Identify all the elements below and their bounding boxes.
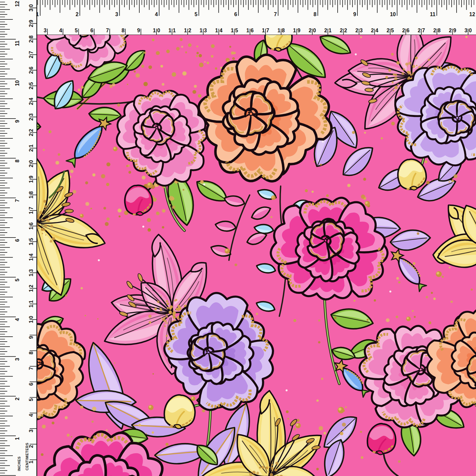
svg-text:2: 2 xyxy=(28,164,34,167)
svg-text:4: 4 xyxy=(28,254,34,257)
svg-text:12: 12 xyxy=(469,12,475,17)
svg-text:1: 1 xyxy=(293,28,296,33)
svg-text:10: 10 xyxy=(14,80,20,86)
svg-text:5: 5 xyxy=(391,28,394,33)
svg-text:3: 3 xyxy=(28,113,34,116)
svg-text:2: 2 xyxy=(402,28,405,33)
svg-text:7: 7 xyxy=(14,199,20,202)
svg-text:2: 2 xyxy=(28,445,34,448)
svg-text:1: 1 xyxy=(173,28,176,33)
svg-text:1: 1 xyxy=(28,300,34,303)
svg-text:8: 8 xyxy=(282,28,285,33)
svg-text:8: 8 xyxy=(314,12,317,17)
svg-text:8: 8 xyxy=(438,28,441,33)
svg-text:5: 5 xyxy=(14,278,20,281)
svg-text:5: 5 xyxy=(28,238,34,241)
svg-text:1: 1 xyxy=(28,227,34,230)
svg-text:6: 6 xyxy=(90,28,93,33)
svg-text:8: 8 xyxy=(14,159,20,162)
svg-text:11: 11 xyxy=(430,12,435,17)
svg-text:1: 1 xyxy=(215,28,218,33)
svg-text:0: 0 xyxy=(469,28,472,33)
svg-text:2: 2 xyxy=(28,24,34,27)
svg-text:3: 3 xyxy=(28,9,34,12)
svg-text:2: 2 xyxy=(28,129,34,132)
svg-text:2: 2 xyxy=(355,28,358,33)
svg-text:1: 1 xyxy=(28,211,34,214)
svg-text:2: 2 xyxy=(28,87,34,90)
svg-text:3: 3 xyxy=(28,269,34,272)
svg-text:2: 2 xyxy=(344,28,347,33)
svg-text:4: 4 xyxy=(219,28,222,33)
svg-text:1: 1 xyxy=(28,305,34,308)
svg-text:3: 3 xyxy=(115,12,118,17)
svg-text:CENTIMETERS: CENTIMETERS xyxy=(25,443,29,470)
svg-text:8: 8 xyxy=(122,28,125,33)
svg-text:9: 9 xyxy=(28,20,34,23)
svg-text:12: 12 xyxy=(14,1,20,7)
svg-text:2: 2 xyxy=(28,40,34,43)
svg-text:7: 7 xyxy=(28,207,34,210)
svg-text:2: 2 xyxy=(75,12,78,17)
svg-text:2: 2 xyxy=(14,398,20,401)
svg-text:5: 5 xyxy=(195,12,198,17)
svg-text:2: 2 xyxy=(309,28,312,33)
svg-text:0: 0 xyxy=(313,28,316,33)
svg-text:4: 4 xyxy=(28,414,34,417)
svg-text:9: 9 xyxy=(28,176,34,179)
svg-text:0: 0 xyxy=(28,4,34,7)
svg-text:1: 1 xyxy=(28,196,34,199)
svg-text:4: 4 xyxy=(155,12,158,17)
svg-text:1: 1 xyxy=(28,320,34,323)
svg-text:1: 1 xyxy=(36,12,39,17)
svg-text:2: 2 xyxy=(28,149,34,152)
svg-text:3: 3 xyxy=(14,358,20,361)
svg-text:5: 5 xyxy=(235,28,238,33)
svg-text:3: 3 xyxy=(43,28,46,33)
svg-text:1: 1 xyxy=(28,289,34,292)
svg-text:4: 4 xyxy=(375,28,378,33)
svg-text:11: 11 xyxy=(14,41,20,46)
svg-text:4: 4 xyxy=(14,318,20,321)
svg-text:2: 2 xyxy=(449,28,452,33)
svg-text:1: 1 xyxy=(153,28,156,33)
svg-text:1: 1 xyxy=(28,145,34,148)
svg-text:6: 6 xyxy=(28,383,34,386)
svg-text:1: 1 xyxy=(246,28,249,33)
svg-text:0: 0 xyxy=(28,316,34,319)
svg-text:6: 6 xyxy=(14,239,20,242)
svg-text:6: 6 xyxy=(28,222,34,225)
svg-text:2: 2 xyxy=(371,28,374,33)
svg-text:0: 0 xyxy=(157,28,160,33)
svg-text:9: 9 xyxy=(28,336,34,339)
svg-text:3: 3 xyxy=(360,28,363,33)
svg-text:2: 2 xyxy=(28,71,34,74)
svg-text:5: 5 xyxy=(28,398,34,401)
svg-text:5: 5 xyxy=(28,82,34,85)
svg-text:3: 3 xyxy=(464,28,467,33)
svg-text:2: 2 xyxy=(28,118,34,121)
svg-text:1: 1 xyxy=(262,28,265,33)
svg-text:7: 7 xyxy=(422,28,425,33)
svg-text:1: 1 xyxy=(28,273,34,276)
svg-text:5: 5 xyxy=(75,28,78,33)
svg-text:1: 1 xyxy=(28,461,34,463)
svg-text:4: 4 xyxy=(59,28,62,33)
svg-text:3: 3 xyxy=(28,430,34,433)
svg-text:9: 9 xyxy=(353,12,356,17)
svg-text:7: 7 xyxy=(28,367,34,370)
svg-text:2: 2 xyxy=(433,28,436,33)
svg-text:8: 8 xyxy=(28,351,34,354)
svg-text:1: 1 xyxy=(231,28,234,33)
svg-text:7: 7 xyxy=(106,28,109,33)
svg-text:8: 8 xyxy=(28,191,34,194)
svg-text:INCHES: INCHES xyxy=(17,456,21,471)
svg-text:7: 7 xyxy=(274,12,277,17)
svg-text:1: 1 xyxy=(184,28,187,33)
svg-text:10: 10 xyxy=(390,12,396,17)
svg-text:2: 2 xyxy=(386,28,389,33)
svg-text:1: 1 xyxy=(200,28,203,33)
svg-text:2: 2 xyxy=(28,133,34,136)
svg-text:9: 9 xyxy=(137,28,140,33)
svg-text:7: 7 xyxy=(28,51,34,54)
